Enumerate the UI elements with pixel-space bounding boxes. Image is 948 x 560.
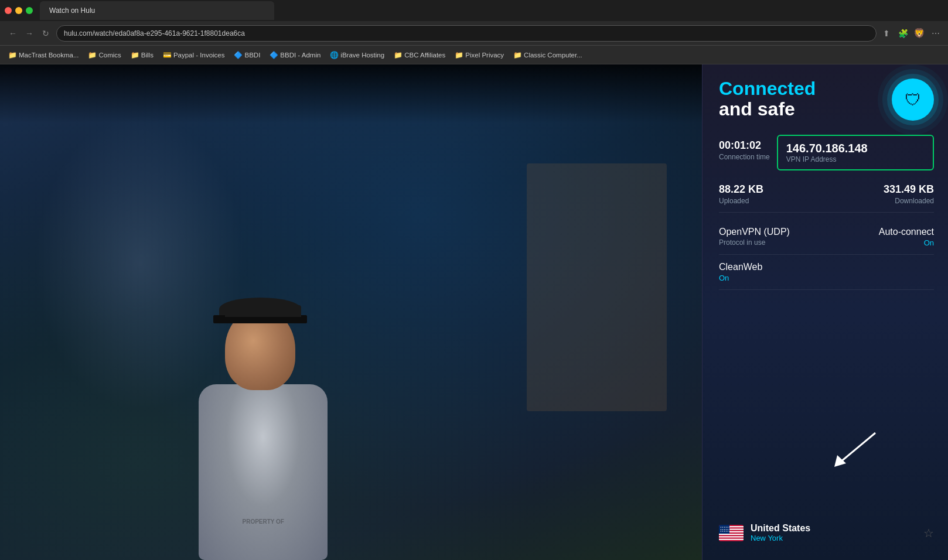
bookmark-label: Bills: [141, 52, 154, 59]
download-label: Downloaded: [884, 197, 934, 205]
vpn-safe-text: and safe: [719, 99, 816, 119]
top-overlay: [0, 64, 702, 123]
bookmark-bbdi-admin[interactable]: 🔷 BBDI - Admin: [266, 50, 324, 60]
bookmark-bills[interactable]: 📁 Bills: [127, 50, 157, 60]
bookmark-label: BBDI: [244, 52, 260, 59]
ip-address-value: 146.70.186.148: [786, 142, 925, 155]
window-controls: [5, 7, 33, 14]
transfer-stats: 88.22 KB Uploaded 331.49 KB Downloaded: [719, 183, 934, 213]
bookmark-cbc[interactable]: 📁 CBC Affiliates: [390, 50, 449, 60]
location-text: United States New York: [751, 523, 916, 542]
ip-address-box: 146.70.186.148 VPN IP Address: [777, 135, 934, 170]
connection-time-stat: 00:01:02 Connection time: [719, 135, 770, 166]
download-value: 331.49 KB: [884, 183, 934, 196]
person-figure: PROPERTY OF: [141, 114, 386, 560]
paypal-icon: 💳: [163, 51, 172, 59]
hulu-video-area[interactable]: PROPERTY OF: [0, 64, 702, 560]
ibrave-icon: 🌐: [330, 51, 339, 59]
autoconnect-label: Auto-connect: [879, 227, 934, 237]
refresh-button[interactable]: ↻: [40, 28, 52, 39]
bookmark-comics[interactable]: 📁 Comics: [84, 50, 124, 60]
vpn-shield-button[interactable]: 🛡: [892, 78, 934, 121]
bookmark-bbdi[interactable]: 🔷 BBDI: [230, 50, 264, 60]
tab-title: Watch on Hulu: [49, 6, 95, 15]
tab-bar: Watch on Hulu: [0, 0, 948, 21]
wp-icon: 🔷: [270, 51, 278, 59]
bookmark-label: Paypal - Invoices: [173, 52, 225, 59]
bookmark-classic[interactable]: 📁 Classic Computer...: [510, 50, 586, 60]
location-country: United States: [751, 523, 916, 534]
folder-icon: 📁: [8, 51, 17, 59]
share-icon[interactable]: ⬆: [881, 28, 892, 39]
bookmark-label: Pixel Privacy: [465, 52, 504, 59]
bookmark-label: Comics: [98, 52, 121, 59]
close-button[interactable]: [5, 7, 12, 14]
location-city: New York: [751, 534, 916, 542]
wp-icon: 🔷: [234, 51, 243, 59]
upload-label: Uploaded: [719, 197, 763, 205]
vpn-connected-text: Connected: [719, 78, 816, 99]
shield-icon: 🛡: [905, 90, 921, 110]
connection-time-value: 00:01:02: [719, 139, 770, 152]
ip-address-label: VPN IP Address: [786, 155, 925, 163]
folder-icon: 📁: [455, 51, 463, 59]
cabinet: [527, 163, 667, 411]
folder-icon: 📁: [131, 51, 139, 59]
bookmark-label: CBC Affiliates: [404, 52, 445, 59]
download-stat: 331.49 KB Downloaded: [884, 183, 934, 205]
protocol-item: OpenVPN (UDP) Protocol in use: [719, 227, 790, 247]
bookmark-mactrast[interactable]: 📁 MacTrast Bookma...: [5, 50, 82, 60]
svg-rect-8: [719, 538, 744, 539]
upload-value: 88.22 KB: [719, 183, 763, 196]
cleanweb-row: CleanWeb On: [719, 255, 934, 290]
vpn-header: Connected and safe 🛡: [719, 78, 934, 121]
toolbar-icons: ⬆ 🧩 🦁 ⋯: [881, 28, 941, 39]
vpn-title: Connected and safe: [719, 78, 816, 119]
favorite-star-icon[interactable]: ☆: [923, 526, 934, 540]
cleanweb-label: CleanWeb: [719, 262, 934, 272]
bookmark-pixel[interactable]: 📁 Pixel Privacy: [451, 50, 507, 60]
svg-rect-6: [719, 534, 744, 535]
us-flag-svg: ★★★★★★ ★★★★★ ★★★★★★: [719, 525, 744, 541]
extension-icon[interactable]: 🧩: [898, 28, 908, 39]
address-input[interactable]: hulu.com/watch/eda0af8a-e295-461a-9621-1…: [56, 25, 877, 42]
svg-rect-7: [719, 536, 744, 537]
location-row[interactable]: ★★★★★★ ★★★★★ ★★★★★★ United States New Yo…: [719, 515, 934, 551]
maximize-button[interactable]: [26, 7, 33, 14]
address-bar-row: ← → ↻ hulu.com/watch/eda0af8a-e295-461a-…: [0, 21, 948, 46]
connection-time-label: Connection time: [719, 153, 770, 161]
bookmark-label: iBrave Hosting: [340, 52, 384, 59]
folder-icon: 📁: [88, 51, 97, 59]
bookmark-label: MacTrast Bookma...: [19, 52, 79, 59]
protocol-sublabel: Protocol in use: [719, 238, 790, 247]
vpn-panel: Connected and safe 🛡 00:01:02 Connection…: [702, 64, 948, 560]
cleanweb-value: On: [719, 274, 934, 282]
minimize-button[interactable]: [15, 7, 22, 14]
bookmark-label: BBDI - Admin: [280, 52, 320, 59]
flag-icon: ★★★★★★ ★★★★★ ★★★★★★: [719, 525, 744, 541]
bookmarks-bar: 📁 MacTrast Bookma... 📁 Comics 📁 Bills 💳 …: [0, 46, 948, 64]
upload-stat: 88.22 KB Uploaded: [719, 183, 763, 205]
forward-button[interactable]: →: [23, 28, 35, 39]
more-options-icon[interactable]: ⋯: [930, 28, 941, 39]
protocol-label: OpenVPN (UDP): [719, 227, 790, 237]
protocol-row: OpenVPN (UDP) Protocol in use Auto-conne…: [719, 220, 934, 255]
url-text: hulu.com/watch/eda0af8a-e295-461a-9621-1…: [64, 29, 245, 37]
bookmark-paypal[interactable]: 💳 Paypal - Invoices: [159, 50, 229, 60]
vpn-top-stats: 00:01:02 Connection time 146.70.186.148 …: [719, 135, 934, 176]
autoconnect-value: On: [879, 238, 934, 247]
active-tab[interactable]: Watch on Hulu: [40, 1, 274, 20]
brave-lion-icon[interactable]: 🦁: [914, 28, 925, 39]
back-button[interactable]: ←: [7, 28, 19, 39]
vpn-spacer: [719, 290, 934, 515]
bookmark-ibrave[interactable]: 🌐 iBrave Hosting: [326, 50, 388, 60]
folder-icon: 📁: [394, 51, 403, 59]
folder-icon: 📁: [513, 51, 522, 59]
browser-chrome: Watch on Hulu ← → ↻ hulu.com/watch/eda0a…: [0, 0, 948, 64]
svg-text:★★★★★★: ★★★★★★: [720, 530, 731, 532]
main-content: PROPERTY OF Connected and safe 🛡 00:01:0…: [0, 64, 948, 560]
autoconnect-item: Auto-connect On: [879, 227, 934, 247]
bookmark-label: Classic Computer...: [524, 52, 582, 59]
